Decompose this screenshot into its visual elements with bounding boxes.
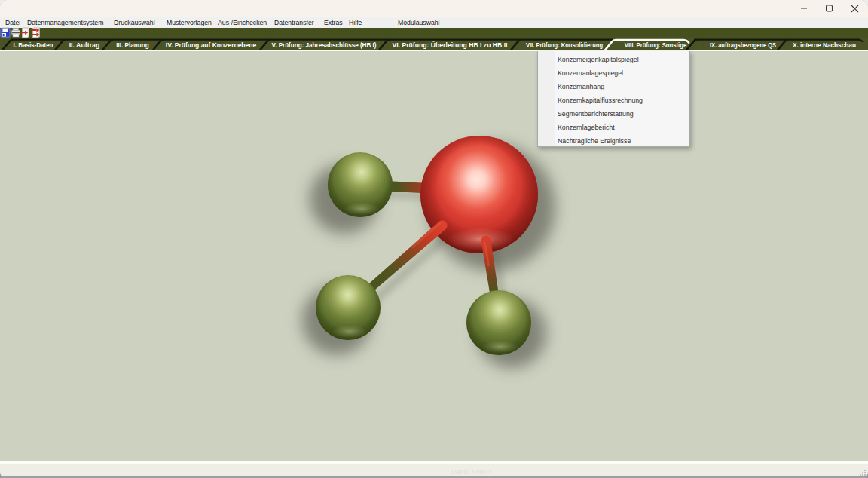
svg-text:II. Auftrag: II. Auftrag [69,41,100,49]
svg-text:I. Basis-Daten: I. Basis-Daten [14,41,53,49]
svg-text:V. Prüfung: Jahresabschlüsse (: V. Prüfung: Jahresabschlüsse (HB I) [272,41,377,49]
svg-text:VI. Prüfung: Überleitung HB I: VI. Prüfung: Überleitung HB I zu HB II [393,41,508,49]
svg-text:IX. auftragsbezogene QS: IX. auftragsbezogene QS [710,41,776,49]
svg-text:III. Planung: III. Planung [116,41,149,49]
svg-text:IV. Prüfung auf Konzernebene: IV. Prüfung auf Konzernebene [166,41,256,49]
svg-text:X. interne Nachschau: X. interne Nachschau [793,41,856,49]
svg-text:VII. Prüfung: Konsolidierung: VII. Prüfung: Konsolidierung [526,41,603,49]
svg-text:VIII. Prüfung: Sonstige: VIII. Prüfung: Sonstige [625,41,686,49]
